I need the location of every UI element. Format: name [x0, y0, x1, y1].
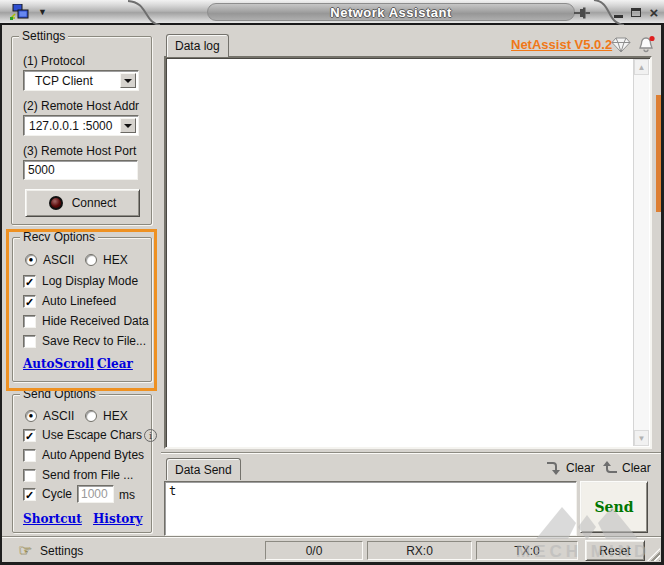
checkbox-cycle[interactable]: ✓ Cycle: [23, 487, 72, 501]
checkbox-icon: [23, 335, 36, 348]
connect-button[interactable]: Connect: [25, 189, 140, 217]
protocol-label: (1) Protocol: [23, 54, 85, 68]
tab-data-log-label: Data log: [175, 39, 220, 53]
checkbox-auto-linefeed[interactable]: ✓ Auto Linefeed: [23, 294, 116, 308]
log-send-splitter[interactable]: [161, 452, 662, 454]
clear-send-label: Clear: [566, 461, 595, 475]
app-menu-caret-icon[interactable]: ▼: [38, 7, 47, 17]
remote-addr-label: (2) Remote Host Addr: [23, 99, 139, 113]
title-bar: ▼ Network Assistant ×: [0, 0, 664, 25]
checkbox-label: Use Escape Chars: [42, 428, 142, 442]
connect-button-label: Connect: [72, 196, 117, 210]
recv-ascii-radio[interactable]: ● ASCII: [25, 253, 74, 267]
protocol-select[interactable]: TCP Client: [23, 70, 139, 91]
checkbox-hide-received-data[interactable]: Hide Received Data: [23, 314, 149, 328]
status-tx-cell: TX:0: [476, 541, 578, 560]
chevron-down-icon[interactable]: [120, 118, 136, 133]
history-link[interactable]: History: [93, 512, 143, 526]
status-rx-cell: RX:0: [367, 541, 472, 560]
recv-hex-radio[interactable]: HEX: [85, 253, 128, 267]
scroll-down-icon[interactable]: ▼: [634, 430, 649, 446]
connect-status-icon: [49, 196, 63, 210]
reset-button[interactable]: Reset: [585, 540, 645, 561]
checkbox-use-escape-chars[interactable]: ✓ Use Escape Chars i: [23, 428, 157, 442]
close-icon: ×: [650, 5, 659, 20]
dropdown-arrow-icon: [124, 79, 132, 83]
settings-group-title: Settings: [19, 29, 68, 43]
checkbox-icon: ✓: [23, 275, 36, 288]
tab-data-log[interactable]: Data log: [166, 34, 229, 57]
clear-send-button[interactable]: Clear: [546, 459, 595, 476]
clear-recv-button[interactable]: Clear: [602, 459, 651, 476]
resize-grip[interactable]: [647, 548, 660, 561]
recv-options-group: Recv Options ● ASCII HEX ✓ Log Display M…: [12, 237, 152, 382]
shortcut-link[interactable]: Shortcut: [23, 512, 82, 526]
send-message-input[interactable]: t: [164, 481, 577, 536]
radio-icon: [85, 410, 97, 422]
remote-addr-value: 127.0.0.1 :5000: [29, 119, 112, 133]
send-ascii-label: ASCII: [43, 409, 74, 423]
log-scrollbar[interactable]: ▲ ▼: [633, 59, 649, 446]
pointing-hand-icon[interactable]: ☞: [18, 541, 31, 559]
remote-addr-select[interactable]: 127.0.0.1 :5000: [23, 115, 139, 136]
arrow-up-icon: [602, 459, 618, 476]
protocol-value: TCP Client: [35, 74, 93, 88]
gem-icon[interactable]: [611, 37, 631, 53]
titlebar-capsule: Network Assistant: [207, 3, 575, 21]
checkbox-label: Send from File ...: [42, 468, 133, 482]
checkbox-label: Save Recv to File...: [42, 334, 146, 348]
minimize-button[interactable]: [610, 4, 626, 21]
tab-data-send[interactable]: Data Send: [166, 458, 241, 480]
send-button[interactable]: Send: [580, 481, 648, 533]
checkbox-icon: ✓: [23, 429, 36, 442]
statusbar-separator: [0, 536, 664, 538]
notification-bell-icon[interactable]: [637, 35, 656, 53]
pin-icon[interactable]: [573, 5, 591, 20]
recv-ascii-label: ASCII: [43, 253, 74, 267]
checkbox-save-recv-to-file[interactable]: Save Recv to File...: [23, 334, 146, 348]
statusbar-settings-label[interactable]: Settings: [40, 544, 83, 558]
cycle-interval-input[interactable]: [77, 485, 114, 503]
app-icon[interactable]: [10, 4, 30, 21]
status-counter-value: 0/0: [306, 544, 323, 558]
recv-hex-label: HEX: [103, 253, 128, 267]
send-hex-label: HEX: [103, 409, 128, 423]
checkbox-icon: [23, 315, 36, 328]
remote-port-input[interactable]: [23, 160, 138, 180]
settings-group: Settings (1) Protocol TCP Client (2) Rem…: [11, 36, 152, 225]
info-icon[interactable]: i: [144, 429, 157, 442]
minimize-icon: [614, 15, 623, 18]
dropdown-arrow-icon: [124, 124, 132, 128]
close-button[interactable]: ×: [646, 4, 662, 21]
send-options-title: Send Options: [20, 387, 99, 401]
send-ascii-radio[interactable]: ● ASCII: [25, 409, 74, 423]
checkbox-log-display-mode[interactable]: ✓ Log Display Mode: [23, 274, 138, 288]
arrow-down-icon: [546, 459, 562, 476]
recv-clear-link[interactable]: Clear: [97, 357, 133, 371]
recv-options-title: Recv Options: [20, 230, 98, 244]
autoscroll-link[interactable]: AutoScroll: [23, 357, 94, 371]
window-title: Network Assistant: [330, 5, 451, 20]
scroll-up-icon[interactable]: ▲: [634, 59, 649, 75]
cycle-unit-label: ms: [119, 488, 135, 502]
version-link[interactable]: NetAssist V5.0.2: [511, 37, 612, 52]
cycle-label: Cycle: [42, 487, 72, 501]
data-log-area[interactable]: ▲ ▼: [164, 56, 652, 449]
radio-icon: [85, 254, 97, 266]
chevron-down-icon[interactable]: [120, 73, 136, 88]
status-tx-value: TX:0: [514, 544, 539, 558]
reset-button-label: Reset: [599, 544, 630, 558]
window-border-left: [0, 0, 2, 565]
checkbox-auto-append-bytes[interactable]: Auto Append Bytes: [23, 448, 144, 462]
radio-icon: ●: [25, 254, 37, 266]
send-hex-radio[interactable]: HEX: [85, 409, 128, 423]
checkbox-send-from-file[interactable]: Send from File ...: [23, 468, 133, 482]
app-window: ▼ Network Assistant × Settings (1) Proto…: [0, 0, 664, 565]
maximize-button[interactable]: [628, 4, 644, 21]
checkbox-icon: ✓: [23, 488, 36, 501]
scroll-position-marker: [656, 95, 661, 212]
checkbox-label: Auto Linefeed: [42, 294, 116, 308]
checkbox-icon: [23, 469, 36, 482]
clear-recv-label: Clear: [622, 461, 651, 475]
status-counter-cell: 0/0: [265, 541, 363, 560]
